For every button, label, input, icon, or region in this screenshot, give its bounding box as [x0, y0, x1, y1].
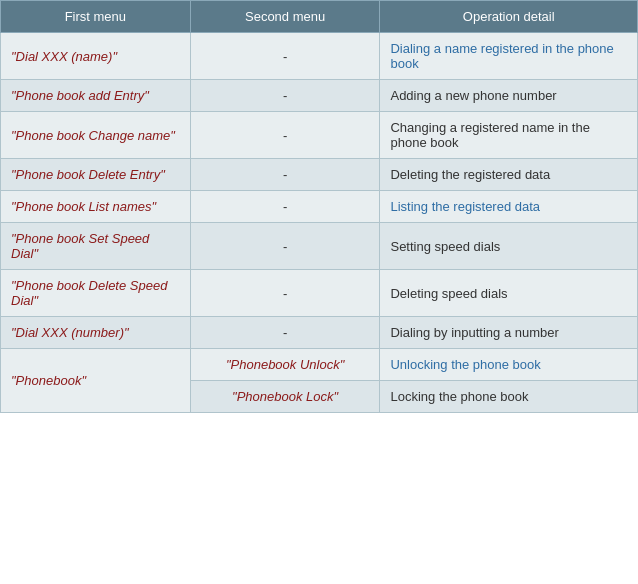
second-menu-cell: -	[190, 317, 380, 349]
header-operation: Operation detail	[380, 1, 638, 33]
operation-cell: Locking the phone book	[380, 381, 638, 413]
second-menu-cell: -	[190, 159, 380, 191]
operation-cell: Dialing by inputting a number	[380, 317, 638, 349]
second-menu-cell: -	[190, 33, 380, 80]
second-menu-cell: -	[190, 191, 380, 223]
first-menu-cell: "Phone book Delete Speed Dial"	[1, 270, 191, 317]
operation-cell: Setting speed dials	[380, 223, 638, 270]
first-menu-cell: "Phone book Delete Entry"	[1, 159, 191, 191]
table-row: "Phone book add Entry"-Adding a new phon…	[1, 80, 638, 112]
first-menu-cell: "Phone book add Entry"	[1, 80, 191, 112]
operation-cell: Unlocking the phone book	[380, 349, 638, 381]
second-menu-cell: "Phonebook Lock"	[190, 381, 380, 413]
header-first-menu: First menu	[1, 1, 191, 33]
first-menu-cell: "Phone book List names"	[1, 191, 191, 223]
second-menu-cell: -	[190, 80, 380, 112]
second-menu-cell: "Phonebook Unlock"	[190, 349, 380, 381]
operation-cell: Deleting the registered data	[380, 159, 638, 191]
table-row: "Phone book Change name"-Changing a regi…	[1, 112, 638, 159]
second-menu-cell: -	[190, 223, 380, 270]
table-row: "Phone book Delete Entry"-Deleting the r…	[1, 159, 638, 191]
main-table: First menu Second menu Operation detail …	[0, 0, 638, 413]
operation-cell: Dialing a name registered in the phone b…	[380, 33, 638, 80]
second-menu-cell: -	[190, 112, 380, 159]
table-row: "Phone book Set Speed Dial"-Setting spee…	[1, 223, 638, 270]
first-menu-cell: "Phonebook"	[1, 349, 191, 413]
first-menu-cell: "Dial XXX (number)"	[1, 317, 191, 349]
first-menu-cell: "Dial XXX (name)"	[1, 33, 191, 80]
table-row: "Dial XXX (name)"-Dialing a name registe…	[1, 33, 638, 80]
first-menu-cell: "Phone book Change name"	[1, 112, 191, 159]
table-row: "Phone book Delete Speed Dial"-Deleting …	[1, 270, 638, 317]
second-menu-cell: -	[190, 270, 380, 317]
table-row: "Dial XXX (number)"-Dialing by inputting…	[1, 317, 638, 349]
operation-cell: Changing a registered name in the phone …	[380, 112, 638, 159]
table-row: "Phone book List names"-Listing the regi…	[1, 191, 638, 223]
first-menu-cell: "Phone book Set Speed Dial"	[1, 223, 191, 270]
operation-cell: Deleting speed dials	[380, 270, 638, 317]
table-row: "Phonebook""Phonebook Unlock"Unlocking t…	[1, 349, 638, 381]
operation-cell: Adding a new phone number	[380, 80, 638, 112]
header-second-menu: Second menu	[190, 1, 380, 33]
operation-cell: Listing the registered data	[380, 191, 638, 223]
